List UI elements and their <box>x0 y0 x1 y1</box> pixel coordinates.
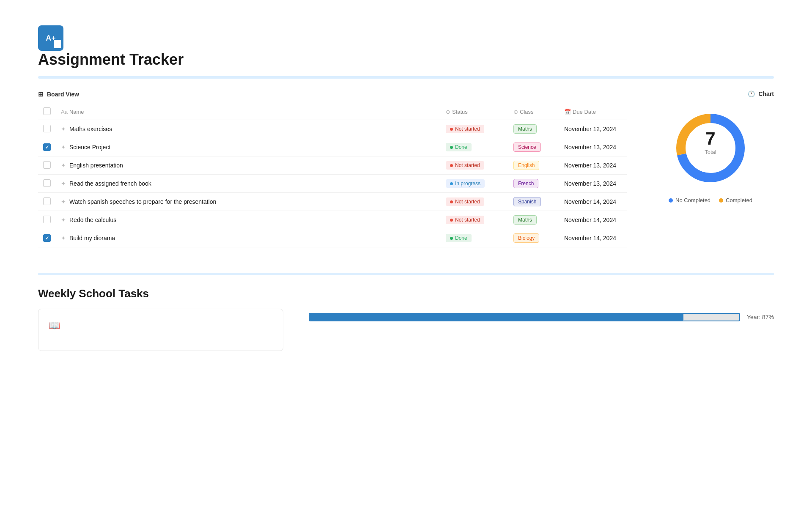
board-view-icon: ⊞ <box>38 90 44 98</box>
row-date-text: November 12, 2024 <box>564 126 616 132</box>
row-name-cell: ✦ Redo the calculus <box>56 211 441 229</box>
chart-section: 🕐 Chart 7 Total No Completed <box>647 90 774 203</box>
row-date-cell: November 13, 2024 <box>559 175 627 193</box>
chart-header: 🕐 Chart <box>647 90 774 97</box>
row-class-cell: Maths <box>508 211 559 229</box>
row-date-cell: November 13, 2024 <box>559 138 627 156</box>
row-date-text: November 14, 2024 <box>564 198 616 205</box>
status-badge: Not started <box>446 197 484 206</box>
status-dot <box>450 237 453 240</box>
th-name: AaName <box>56 104 441 120</box>
status-dot <box>450 182 453 185</box>
class-badge: Spanish <box>513 197 541 206</box>
legend-no-completed: No Completed <box>669 197 710 203</box>
row-status-cell: Not started <box>441 156 508 175</box>
class-badge: Science <box>513 143 541 152</box>
row-date-cell: November 14, 2024 <box>559 193 627 211</box>
row-status-cell: Done <box>441 138 508 156</box>
row-status-cell: Done <box>441 229 508 247</box>
row-name-text: English presentation <box>69 162 123 169</box>
app-logo: A+ <box>38 25 63 51</box>
progress-bar-outer <box>309 313 740 321</box>
chart-label: Chart <box>758 90 774 97</box>
row-checkbox[interactable] <box>43 161 51 169</box>
donut-svg: 7 Total <box>668 106 753 190</box>
row-star-icon: ✦ <box>61 198 66 205</box>
row-class-cell: French <box>508 175 559 193</box>
table-row: ✦ Watch spanish speeches to prepare for … <box>38 193 627 211</box>
select-all-checkbox[interactable] <box>43 107 51 115</box>
row-date-cell: November 12, 2024 <box>559 120 627 138</box>
row-checkbox-cell <box>38 193 56 211</box>
board-view-header: ⊞ Board View <box>38 90 627 98</box>
row-star-icon: ✦ <box>61 235 66 241</box>
status-text: In progress <box>455 181 480 186</box>
row-status-cell: Not started <box>441 120 508 138</box>
weekly-section: Weekly School Tasks 📖 Year: 87% <box>38 287 774 351</box>
class-badge: Biology <box>513 233 539 243</box>
page: A+ Assignment Tracker ⊞ Board View AaNam <box>0 0 812 376</box>
row-checkbox[interactable] <box>43 234 51 242</box>
row-name-text: Redo the calculus <box>69 217 116 223</box>
status-dot <box>450 164 453 167</box>
table-row: ✦ Read the assigned french book In progr… <box>38 175 627 193</box>
row-checkbox[interactable] <box>43 125 51 132</box>
svg-text:7: 7 <box>705 129 715 148</box>
book-icon: 📖 <box>49 320 60 331</box>
table-row: ✦ Build my diorama Done Biology November… <box>38 229 627 247</box>
row-class-cell: Maths <box>508 120 559 138</box>
assignments-table: AaName ⊙Status ⊙Class 📅Due Date <box>38 104 627 247</box>
status-text: Not started <box>455 162 480 168</box>
row-checkbox[interactable] <box>43 197 51 205</box>
th-class: ⊙Class <box>508 104 559 120</box>
progress-bar-inner <box>310 314 683 321</box>
progress-section: Year: 87% <box>309 309 774 321</box>
row-star-icon: ✦ <box>61 217 66 223</box>
row-checkbox-cell <box>38 120 56 138</box>
row-star-icon: ✦ <box>61 126 66 132</box>
row-name-text: Watch spanish speeches to prepare for th… <box>69 198 216 205</box>
table-wrapper: ⊞ Board View AaName ⊙Status <box>38 90 627 247</box>
row-date-text: November 13, 2024 <box>564 162 616 169</box>
status-badge: Not started <box>446 125 484 133</box>
row-star-icon: ✦ <box>61 144 66 151</box>
row-date-text: November 14, 2024 <box>564 235 616 241</box>
header-divider <box>38 76 774 79</box>
row-date-text: November 13, 2024 <box>564 180 616 187</box>
row-star-icon: ✦ <box>61 162 66 169</box>
row-date-cell: November 14, 2024 <box>559 211 627 229</box>
class-badge: English <box>513 161 539 170</box>
status-dot <box>450 128 453 131</box>
row-checkbox-cell <box>38 138 56 156</box>
row-name-text: Build my diorama <box>69 235 115 241</box>
row-class-cell: Science <box>508 138 559 156</box>
th-due-date: 📅Due Date <box>559 104 627 120</box>
status-dot <box>450 200 453 203</box>
row-status-cell: Not started <box>441 193 508 211</box>
row-name-cell: ✦ Build my diorama <box>56 229 441 247</box>
table-row: ✦ English presentation Not started Engli… <box>38 156 627 175</box>
th-checkbox <box>38 104 56 120</box>
row-checkbox[interactable] <box>43 216 51 223</box>
th-status: ⊙Status <box>441 104 508 120</box>
status-text: Not started <box>455 199 480 205</box>
row-star-icon: ✦ <box>61 180 66 187</box>
row-name-cell: ✦ Maths exercises <box>56 120 441 138</box>
row-checkbox[interactable] <box>43 179 51 187</box>
table-row: ✦ Redo the calculus Not started Maths No… <box>38 211 627 229</box>
status-text: Done <box>455 144 467 150</box>
page-title: Assignment Tracker <box>38 51 774 69</box>
status-badge: Done <box>446 143 472 151</box>
legend-completed: Completed <box>719 197 752 203</box>
row-checkbox[interactable] <box>43 143 51 151</box>
row-name-cell: ✦ Watch spanish speeches to prepare for … <box>56 193 441 211</box>
status-dot <box>450 146 453 149</box>
book-card: 📖 <box>38 309 283 351</box>
row-date-text: November 13, 2024 <box>564 144 616 151</box>
row-date-cell: November 13, 2024 <box>559 156 627 175</box>
class-badge: Maths <box>513 215 537 225</box>
svg-text:Total: Total <box>705 149 716 155</box>
legend-dot-completed <box>719 198 723 203</box>
board-section: ⊞ Board View AaName ⊙Status <box>38 90 774 247</box>
row-date-text: November 14, 2024 <box>564 217 616 223</box>
